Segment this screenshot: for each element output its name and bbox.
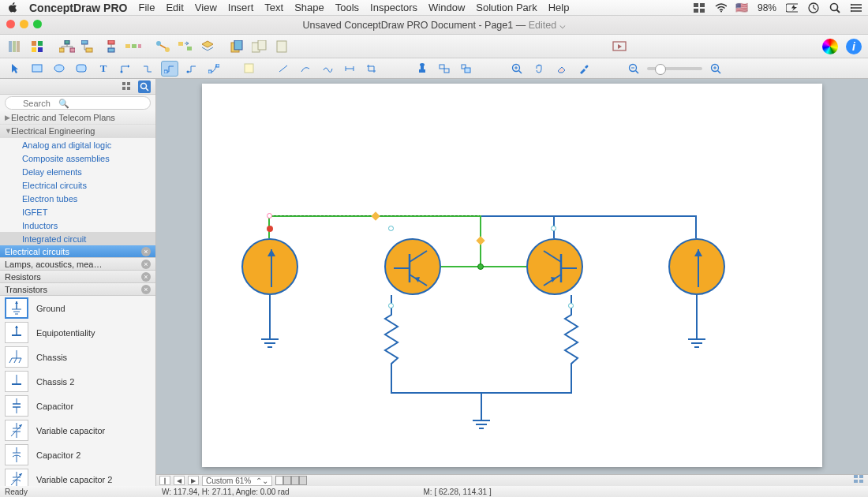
menu-edit[interactable]: Edit — [166, 2, 183, 13]
note-tool[interactable] — [240, 61, 257, 77]
sub-analog[interactable]: Analog and digital logic — [0, 138, 155, 151]
connection-point[interactable] — [551, 226, 556, 231]
resistor-2[interactable] — [562, 308, 581, 372]
midpoint-handle[interactable] — [476, 236, 485, 245]
library-icon[interactable] — [6, 39, 24, 54]
zoom-combo[interactable]: Custom 61%⌃⌄ — [202, 476, 272, 486]
connector-smart-tool[interactable] — [161, 61, 178, 77]
sub-inductors[interactable]: Inductors — [0, 219, 155, 232]
ground-2[interactable] — [471, 416, 492, 432]
connector-step-tool[interactable] — [139, 61, 156, 77]
zoom-in-tool[interactable] — [508, 61, 526, 77]
palette-icon[interactable] — [28, 39, 46, 54]
close-icon[interactable]: × — [141, 247, 151, 256]
connect-icon[interactable] — [155, 39, 172, 54]
connector-route-tool[interactable] — [183, 61, 200, 77]
dashboard-icon[interactable] — [694, 2, 705, 13]
hand-tool[interactable] — [530, 61, 548, 77]
stencil-chassis[interactable]: Chassis — [0, 345, 155, 369]
app-title[interactable]: ConceptDraw PRO — [29, 2, 127, 14]
scroll-left-icon[interactable]: ◀ — [174, 476, 185, 485]
docs-icon[interactable] — [251, 39, 268, 54]
search-input[interactable] — [5, 96, 151, 110]
wire-src2-down[interactable] — [696, 295, 698, 336]
hdim-tool[interactable] — [341, 61, 358, 77]
stencil-chassis2[interactable]: Chassis 2 — [0, 369, 155, 394]
doc-icon[interactable] — [273, 39, 290, 54]
drawing-page[interactable] — [202, 84, 822, 467]
endpoint-handle-connected[interactable] — [477, 263, 484, 270]
cat-electrical-engineering[interactable]: ▼Electrical Engineering — [0, 125, 155, 138]
wire-mid[interactable] — [441, 266, 526, 267]
apple-icon[interactable] — [6, 2, 18, 13]
connection-point[interactable] — [388, 226, 394, 231]
scroll-stop-icon[interactable]: ∥ — [159, 476, 170, 485]
endpoint-handle[interactable] — [267, 226, 273, 232]
line-tool[interactable] — [275, 61, 292, 77]
current-source-1[interactable] — [241, 238, 298, 295]
stencil-ground[interactable]: Ground — [0, 296, 155, 320]
menu-shape[interactable]: Shape — [294, 2, 324, 13]
opencat-resistors[interactable]: Resistors× — [0, 271, 155, 283]
scroll-right-icon[interactable]: ▶ — [188, 476, 199, 485]
zoom-slider[interactable] — [647, 67, 702, 70]
resistor-1[interactable] — [382, 308, 401, 372]
connection-point[interactable] — [267, 213, 272, 219]
info-icon[interactable]: i — [846, 39, 862, 54]
minimize-button[interactable] — [20, 20, 28, 28]
rect-tool[interactable] — [28, 61, 46, 77]
ground-3[interactable] — [687, 334, 707, 350]
menu-tools[interactable]: Tools — [335, 2, 359, 13]
opencat-lamps[interactable]: Lamps, acoustics, mea…× — [0, 258, 155, 271]
stencil-equipotentiality[interactable]: Equipotentiality — [0, 320, 155, 345]
pages-icon[interactable] — [229, 39, 246, 54]
zoom-button[interactable] — [33, 20, 42, 28]
close-icon[interactable]: × — [141, 260, 151, 269]
swap-icon[interactable] — [177, 39, 194, 54]
page-tabs[interactable] — [275, 476, 307, 485]
transistor-pnp-2[interactable] — [526, 238, 583, 295]
search-tab-icon[interactable] — [138, 80, 151, 93]
ellipse-tool[interactable] — [51, 61, 68, 77]
group-tool[interactable] — [436, 61, 453, 77]
tree-icon[interactable] — [80, 39, 98, 54]
sub-integrated[interactable]: Integrated circuit — [0, 232, 155, 245]
menu-icon[interactable] — [850, 2, 862, 13]
menu-insert[interactable]: Insert — [228, 2, 254, 13]
stencil-variable-capacitor2[interactable]: Variable capacitor 2 — [0, 467, 155, 486]
menu-text[interactable]: Text — [264, 2, 283, 13]
orgchart-icon[interactable] — [58, 39, 76, 54]
opencat-transistors[interactable]: Transistors× — [0, 283, 155, 296]
connection-point[interactable] — [388, 303, 394, 308]
spotlight-icon[interactable] — [829, 2, 840, 13]
menu-window[interactable]: Window — [428, 2, 465, 13]
sub-igfet[interactable]: IGFET — [0, 205, 155, 219]
pointer-tool[interactable] — [6, 61, 24, 77]
spline-tool[interactable] — [319, 61, 336, 77]
close-icon[interactable]: × — [141, 272, 151, 282]
roundrect-tool[interactable] — [73, 61, 90, 77]
resize-corner-icon[interactable] — [854, 475, 865, 486]
connector-l-tool[interactable] — [117, 61, 134, 77]
stencil-variable-capacitor[interactable]: Variable capacitor — [0, 418, 155, 443]
opencat-circuits[interactable]: Electrical circuits× — [0, 245, 155, 258]
color-wheel-icon[interactable] — [822, 39, 838, 54]
crop-tool[interactable] — [363, 61, 380, 77]
align-tool[interactable] — [458, 61, 475, 77]
flag-icon[interactable]: 🇺🇸 — [736, 2, 748, 13]
zoom-in-button[interactable] — [707, 61, 724, 77]
eraser-tool[interactable] — [552, 61, 570, 77]
stamp-tool[interactable] — [413, 61, 431, 77]
menu-inspectors[interactable]: Inspectors — [370, 2, 417, 13]
menu-solution-park[interactable]: Solution Park — [476, 2, 537, 13]
midpoint-handle[interactable] — [371, 211, 380, 220]
sub-tubes[interactable]: Electron tubes — [0, 192, 155, 205]
current-source-2[interactable] — [668, 238, 725, 295]
wire-top[interactable] — [481, 215, 555, 217]
zoom-out-button[interactable] — [625, 61, 642, 77]
layers-icon[interactable] — [199, 39, 216, 54]
text-tool[interactable]: T — [95, 61, 112, 77]
arc-tool[interactable] — [297, 61, 314, 77]
wire-src1-down[interactable] — [269, 295, 271, 336]
clock-icon[interactable] — [807, 2, 819, 13]
